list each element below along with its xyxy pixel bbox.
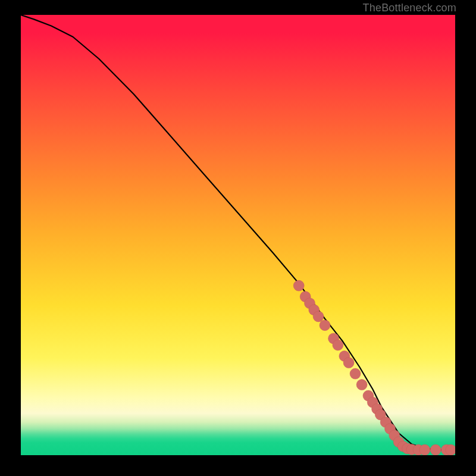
curve-marker — [313, 311, 324, 322]
curve-marker — [419, 444, 430, 455]
bottleneck-curve — [21, 15, 455, 450]
curve-marker — [333, 340, 343, 350]
curve-marker — [320, 320, 330, 331]
curve-marker — [446, 444, 455, 455]
plot-area — [21, 15, 455, 455]
curve-marker — [350, 368, 361, 379]
curve-layer — [21, 15, 455, 455]
curve-marker — [356, 380, 367, 390]
curve-marker — [343, 358, 354, 368]
curve-marker — [293, 280, 304, 291]
curve-marker — [430, 444, 441, 455]
curve-markers — [293, 280, 455, 455]
watermark-label: TheBottleneck.com — [363, 2, 456, 14]
chart-frame: TheBottleneck.com — [0, 0, 476, 476]
